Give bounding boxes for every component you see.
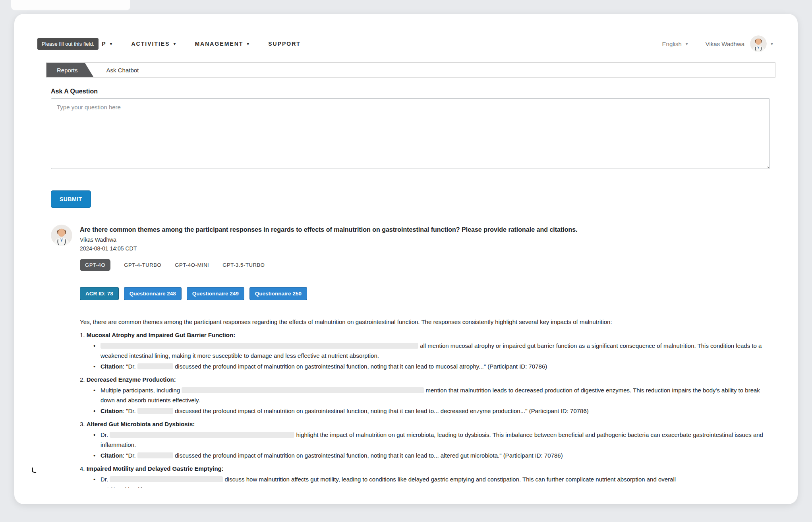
- model-tab-gpt-4o[interactable]: GPT-4O: [80, 259, 110, 271]
- bullet-item: Dr. discuss how malnutrition affects gut…: [80, 474, 770, 484]
- model-tab-gpt-4-turbo[interactable]: GPT-4-TURBO: [124, 259, 161, 271]
- badge-row: ACR ID: 78Questionnaire 248Questionnaire…: [80, 287, 770, 300]
- submit-button[interactable]: SUBMIT: [51, 190, 91, 208]
- section-heading: 2. Decreased Enzyme Production:: [80, 375, 770, 384]
- clipped-text-line: nutritional health.: [80, 484, 770, 488]
- response-intro: Yes, there are common themes among the p…: [80, 317, 770, 327]
- bold-label: Citation: [101, 408, 123, 414]
- nav-item-label: SUPPORT: [268, 41, 301, 47]
- top-navigation: Please fill out this field. P▼ACTIVITIES…: [14, 14, 798, 52]
- question-author: Vikas Wadhwa: [80, 237, 578, 243]
- validation-tooltip: Please fill out this field.: [37, 38, 99, 50]
- bullet-item: all mention mucosal atrophy or impaired …: [80, 341, 770, 361]
- nav-item-label: P: [102, 41, 106, 47]
- redacted-text: [110, 476, 223, 482]
- nav-item-label: MANAGEMENT: [195, 41, 243, 47]
- bullet-item: Citation: "Dr. discussed the profound im…: [80, 450, 770, 460]
- tab-ask-chatbot[interactable]: Ask Chatbot: [94, 63, 152, 77]
- section-title: Altered Gut Microbiota and Dysbiosis:: [87, 421, 195, 427]
- chevron-down-icon[interactable]: ▼: [770, 42, 774, 46]
- ask-a-question-label: Ask A Question: [51, 88, 770, 95]
- text-cursor-artifact: [32, 467, 37, 473]
- bold-label: Citation: [101, 452, 123, 459]
- avatar: [51, 225, 72, 246]
- section-heading: 4. Impaired Motility and Delayed Gastric…: [80, 464, 770, 473]
- nav-item-label: ACTIVITIES: [131, 41, 170, 47]
- bullet-item: Dr. highlight the impact of malnutrition…: [80, 430, 770, 450]
- chevron-down-icon: ▼: [685, 42, 689, 46]
- app-window: Please fill out this field. P▼ACTIVITIES…: [14, 14, 798, 504]
- section-heading: 3. Altered Gut Microbiota and Dysbiosis:: [80, 419, 770, 429]
- section-heading: 1. Mucosal Atrophy and Impaired Gut Barr…: [80, 330, 770, 340]
- chevron-down-icon: ▼: [173, 42, 178, 46]
- avatar[interactable]: [750, 35, 767, 52]
- bold-label: Citation: [101, 363, 123, 370]
- redacted-text: [101, 343, 418, 349]
- question-timestamp: 2024-08-01 14:05 CDT: [80, 245, 578, 252]
- question-input[interactable]: [51, 98, 770, 169]
- question-thread: Are there common themes among the partic…: [51, 225, 770, 252]
- model-tab-gpt-3.5-turbo[interactable]: GPT-3.5-TURBO: [222, 259, 265, 271]
- badge[interactable]: Questionnaire 250: [249, 287, 307, 300]
- nav-item-p[interactable]: P▼: [102, 41, 114, 47]
- redacted-text: [137, 363, 173, 369]
- nav-item-activities[interactable]: ACTIVITIES▼: [131, 41, 177, 47]
- user-name: Vikas Wadhwa: [706, 41, 744, 47]
- question-meta: Are there common themes among the partic…: [80, 225, 578, 252]
- section-title: Mucosal Atrophy and Impaired Gut Barrier…: [87, 332, 235, 338]
- header-right: English ▼ Vikas Wadhwa ▼: [662, 35, 774, 52]
- tab-bar: ReportsAsk Chatbot: [46, 62, 775, 78]
- section-title: Decreased Enzyme Production:: [87, 376, 176, 383]
- redacted-text: [110, 432, 294, 438]
- bullet-item: Multiple participants, including mention…: [80, 385, 770, 405]
- redacted-text: [137, 452, 173, 458]
- nav-menu: P▼ACTIVITIES▼MANAGEMENT▼SUPPORT: [102, 41, 318, 47]
- chevron-down-icon: ▼: [109, 42, 114, 46]
- response-sections: 1. Mucosal Atrophy and Impaired Gut Barr…: [80, 330, 770, 488]
- chatbot-response: Yes, there are common themes among the p…: [80, 317, 770, 488]
- tab-reports[interactable]: Reports: [46, 63, 94, 77]
- doctor-photo-icon: [750, 35, 767, 52]
- language-label: English: [662, 41, 682, 47]
- doctor-photo-icon: [51, 225, 72, 246]
- redacted-text: [182, 387, 424, 393]
- nav-item-management[interactable]: MANAGEMENT▼: [195, 41, 251, 47]
- language-selector[interactable]: English ▼: [662, 41, 689, 47]
- badge[interactable]: ACR ID: 78: [80, 287, 119, 300]
- nav-item-support[interactable]: SUPPORT: [268, 41, 301, 47]
- bullet-item: Citation: "Dr. discussed the profound im…: [80, 406, 770, 416]
- bullet-item: Citation: "Dr. discussed the profound im…: [80, 361, 770, 371]
- model-tab-gpt-4o-mini[interactable]: GPT-4O-MINI: [175, 259, 209, 271]
- window-edge: [11, 0, 130, 10]
- section-title: Impaired Motility and Delayed Gastric Em…: [87, 465, 224, 472]
- badge[interactable]: Questionnaire 249: [187, 287, 244, 300]
- redacted-text: [137, 408, 173, 414]
- model-tabs: GPT-4OGPT-4-TURBOGPT-4O-MINIGPT-3.5-TURB…: [80, 259, 770, 271]
- question-text: Are there common themes among the partic…: [80, 225, 578, 234]
- chevron-down-icon: ▼: [246, 42, 251, 46]
- badge[interactable]: Questionnaire 248: [124, 287, 182, 300]
